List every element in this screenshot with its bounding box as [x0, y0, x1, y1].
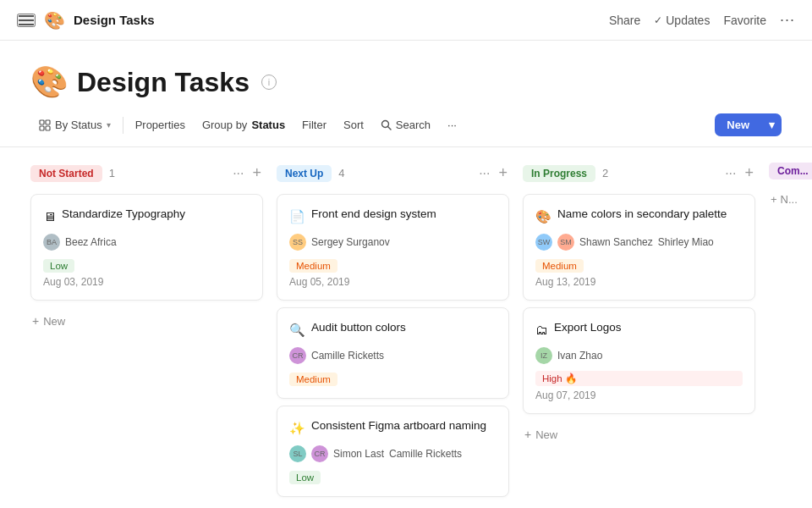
add-new-button[interactable]: +New [30, 311, 263, 331]
column-header: Com... [769, 161, 812, 181]
priority-badge: Medium [289, 373, 337, 386]
board: Not Started 1 ··· + 🖥 Standardize Typogr… [0, 147, 812, 502]
task-card[interactable]: 🗂 Export Logos IZIvan Zhao High 🔥 Aug 07… [523, 307, 755, 414]
info-icon[interactable]: i [261, 75, 277, 90]
card-emoji: 🖥 [43, 207, 56, 225]
avatar: SL [289, 445, 306, 462]
task-card[interactable]: ✨ Consistent Figma artboard naming SLCRS… [277, 406, 509, 497]
card-meta: BABeez Africa [43, 234, 250, 251]
card-date: Aug 13, 2019 [535, 276, 743, 288]
avatar: BA [43, 234, 60, 251]
card-emoji: 🎨 [535, 207, 551, 225]
assignee-name: Camille Ricketts [311, 350, 384, 362]
checkmark-icon: ✓ [654, 14, 662, 26]
app-title: Design Tasks [74, 13, 155, 27]
column-add-button[interactable]: + [743, 163, 755, 184]
app-icon: 🎨 [44, 10, 65, 30]
card-title: 🔍 Audit button colors [289, 320, 497, 339]
properties-button[interactable]: Properties [127, 114, 194, 135]
by-status-button[interactable]: By Status ▾ [30, 114, 119, 135]
task-card[interactable]: 🎨 Name colors in secondary palette SWSMS… [523, 194, 755, 301]
card-emoji: 🗂 [535, 321, 548, 339]
assignee-name: Simon Last [333, 448, 384, 460]
filter-button[interactable]: Filter [294, 114, 335, 135]
column-header: In Progress 2 ··· + [523, 161, 755, 185]
card-meta: SSSergey Surganov [289, 234, 497, 251]
card-emoji: 📄 [289, 207, 305, 225]
column-complete: Com... + N... [769, 161, 812, 489]
svg-rect-0 [40, 120, 44, 124]
topbar-right: Share ✓ Updates Favorite ··· [609, 11, 795, 29]
search-icon [381, 119, 392, 130]
topbar-left: 🎨 Design Tasks [17, 10, 155, 30]
page-header: 🎨 Design Tasks i [0, 41, 812, 113]
svg-rect-3 [46, 126, 50, 130]
card-title: 📄 Front end design system [289, 207, 497, 225]
sort-button[interactable]: Sort [335, 114, 372, 135]
assignee-name: Shawn Sanchez [579, 236, 653, 248]
priority-badge: Low [43, 259, 74, 273]
toolbar: By Status ▾ Properties Group by Status F… [0, 113, 812, 147]
column-status-badge: Com... [769, 163, 812, 179]
column-count: 1 [109, 167, 115, 179]
add-new-button[interactable]: +New [523, 424, 755, 444]
page-emoji: 🎨 [30, 64, 69, 100]
card-title: ✨ Consistent Figma artboard naming [289, 418, 497, 437]
avatar: IZ [535, 347, 552, 364]
chevron-down-icon: ▾ [107, 120, 111, 130]
toolbar-separator [123, 117, 123, 134]
column-header: Next Up 4 ··· + [277, 161, 509, 185]
card-emoji: ✨ [289, 419, 305, 437]
priority-badge: Medium [535, 259, 584, 273]
task-card[interactable]: 📄 Front end design system SSSergey Surga… [277, 194, 509, 301]
page-title: Design Tasks [77, 67, 250, 98]
column-count: 4 [338, 167, 344, 179]
toolbar-more-button[interactable]: ··· [439, 114, 465, 135]
assignee-name: Ivan Zhao [557, 350, 602, 362]
favorite-button[interactable]: Favorite [723, 14, 766, 27]
assignee-name: Beez Africa [65, 236, 117, 248]
assignee-name: Sergey Surganov [311, 236, 390, 248]
card-meta: CRCamille Ricketts [289, 347, 497, 364]
column-count: 2 [602, 167, 608, 179]
plus-icon: + [771, 193, 777, 206]
plus-icon: + [32, 314, 39, 328]
new-btn-arrow[interactable]: ▾ [762, 113, 782, 136]
card-meta: IZIvan Zhao [535, 347, 743, 364]
column-add-button[interactable]: + [497, 163, 509, 184]
column-add-button[interactable]: + [250, 163, 263, 184]
complete-add-new-button[interactable]: + N... [769, 190, 812, 209]
card-date: Aug 05, 2019 [289, 276, 497, 288]
avatar: SW [535, 234, 552, 251]
card-title: 🖥 Standardize Typography [43, 207, 250, 225]
svg-rect-1 [46, 120, 50, 124]
search-button[interactable]: Search [372, 114, 439, 135]
card-meta: SLCRSimon LastCamille Ricketts [289, 445, 497, 462]
priority-badge: Low [289, 471, 321, 484]
column-more-button[interactable]: ··· [477, 164, 491, 183]
column-in-progress: In Progress 2 ··· + 🎨 Name colors in sec… [523, 161, 755, 489]
avatar: CR [289, 347, 306, 364]
column-status-badge: Next Up [277, 165, 332, 182]
plus-icon: + [524, 428, 531, 441]
avatar-secondary: SM [557, 234, 574, 251]
hamburger-button[interactable] [17, 14, 36, 27]
column-next-up: Next Up 4 ··· + 📄 Front end design syste… [277, 161, 509, 489]
priority-badge: Medium [289, 259, 337, 273]
task-card[interactable]: 🖥 Standardize Typography BABeez Africa L… [30, 194, 263, 301]
updates-button[interactable]: ✓ Updates [654, 14, 710, 27]
new-button[interactable]: New ▾ [715, 113, 782, 136]
column-more-button[interactable]: ··· [231, 164, 245, 183]
card-emoji: 🔍 [289, 321, 305, 339]
column-more-button[interactable]: ··· [723, 164, 738, 183]
group-by-button[interactable]: Group by Status [194, 114, 294, 135]
grid-icon [39, 119, 51, 131]
card-title: 🎨 Name colors in secondary palette [535, 207, 743, 225]
task-card[interactable]: 🔍 Audit button colors CRCamille Ricketts… [277, 307, 509, 399]
svg-line-5 [387, 127, 391, 130]
column-header: Not Started 1 ··· + [30, 161, 263, 185]
share-button[interactable]: Share [609, 14, 640, 27]
more-options-button[interactable]: ··· [780, 11, 795, 29]
svg-rect-2 [40, 126, 44, 130]
assignee-name-secondary: Shirley Miao [658, 236, 714, 248]
